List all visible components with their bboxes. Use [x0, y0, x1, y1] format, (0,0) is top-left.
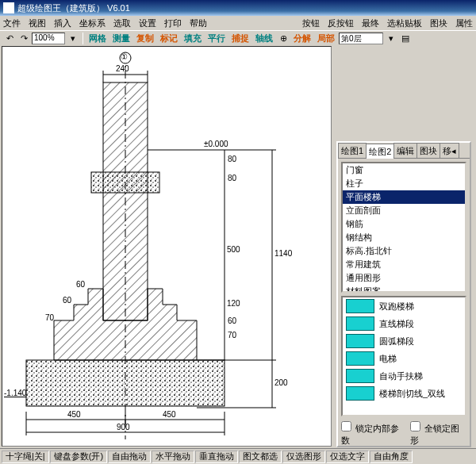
dim-240: 240 — [116, 64, 129, 73]
zoom-input[interactable]: 100% — [32, 33, 65, 44]
category-item[interactable]: 常用建筑 — [343, 258, 465, 271]
category-item[interactable]: 平面楼梯 — [343, 190, 465, 204]
status-cell-0[interactable]: 十字绳|关| — [2, 451, 49, 463]
menu2-4[interactable]: 图块 — [430, 17, 447, 29]
status-cell-8[interactable]: 自由角度 — [370, 451, 413, 463]
tab-draw2[interactable]: 绘图2 — [366, 144, 394, 159]
menu-select[interactable]: 选取 — [113, 17, 131, 29]
undo-icon[interactable]: ↶ — [3, 33, 16, 45]
menu-print[interactable]: 打印 — [164, 17, 182, 29]
menu2-0[interactable]: 按钮 — [302, 17, 320, 29]
dim-60c: 60 — [63, 296, 71, 305]
dim-1140: 1140 — [274, 249, 292, 258]
dim-450a: 450 — [67, 410, 81, 419]
palette-label: 自动手扶梯 — [379, 370, 423, 382]
svg-rect-9 — [26, 360, 225, 406]
layer-extra-icon[interactable]: ▤ — [399, 33, 412, 45]
tool-palette[interactable]: 双跑楼梯直线梯段圆弧梯段电梯自动手扶梯楼梯剖切线_双线 — [341, 296, 466, 416]
tab-block[interactable]: 图块 — [416, 143, 440, 158]
lock-inner[interactable]: 锁定内部参数 — [341, 421, 405, 447]
menu2-1[interactable]: 反按钮 — [328, 17, 354, 29]
dim-120: 120 — [227, 299, 240, 308]
palette-item[interactable]: 圆弧梯段 — [343, 332, 465, 350]
window-titlebar: 超级绘图王（建筑版） V6.01 — [0, 0, 476, 16]
menu-coord[interactable]: 坐标系 — [79, 17, 106, 29]
tool-fill[interactable]: 填充 — [182, 33, 204, 45]
menu-insert[interactable]: 插入 — [54, 17, 71, 29]
category-item[interactable]: 立面剖面 — [343, 204, 465, 217]
category-item[interactable]: 柱子 — [343, 177, 465, 190]
svg-rect-6 — [103, 82, 148, 320]
status-cell-5[interactable]: 图文都选 — [239, 451, 282, 463]
menu-help[interactable]: 帮助 — [190, 17, 207, 29]
tool-snap[interactable]: 捕捉 — [229, 33, 251, 45]
tab-more[interactable]: 移◂ — [440, 143, 459, 158]
menu2-3[interactable]: 选粘贴板 — [387, 17, 422, 29]
status-cell-1[interactable]: 键盘参数(开) — [50, 451, 107, 463]
dim-900: 900 — [117, 423, 130, 431]
tool-parallel[interactable]: 平行 — [205, 33, 228, 45]
menu-bar: 文件 视图 插入 坐标系 选取 设置 打印 帮助 按钮 反按钮 最终 选粘贴板 … — [0, 16, 476, 30]
window-title: 超级绘图王（建筑版） V6.01 — [17, 2, 130, 14]
right-panel: 绘图1 绘图2 编辑 图块 移◂ 门窗柱子平面楼梯立面剖面钢筋钢结构标高.指北针… — [336, 141, 471, 447]
dim-60: 60 — [228, 316, 236, 325]
palette-item[interactable]: 双跑楼梯 — [343, 297, 465, 315]
category-list[interactable]: 门窗柱子平面楼梯立面剖面钢筋钢结构标高.指北针常用建筑通用图形材料图案厨卫设施施… — [341, 162, 466, 293]
app-icon — [3, 2, 14, 13]
redo-icon[interactable]: ↷ — [17, 33, 30, 45]
category-item[interactable]: 门窗 — [343, 163, 465, 177]
drawing-canvas[interactable]: ① 240 ±0.000 80 80 500 120 60 70 60 60 7… — [2, 46, 332, 447]
palette-item[interactable]: 电梯 — [343, 350, 465, 367]
palette-label: 楼梯剖切线_双线 — [379, 388, 445, 400]
menu-file[interactable]: 文件 — [3, 17, 21, 29]
category-item[interactable]: 通用图形 — [343, 271, 465, 285]
status-cell-3[interactable]: 水平拖动 — [152, 451, 194, 463]
dim-80b: 80 — [228, 174, 236, 182]
category-item[interactable]: 标高.指北针 — [343, 244, 465, 258]
palette-item[interactable]: 楼梯剖切线_双线 — [343, 385, 465, 402]
work-area: ① 240 ±0.000 80 80 500 120 60 70 60 60 7… — [0, 46, 476, 448]
palette-label: 电梯 — [379, 353, 397, 365]
dim-500: 500 — [227, 245, 240, 254]
axis-icon[interactable]: ⊕ — [277, 33, 290, 45]
tool-axis[interactable]: 轴线 — [253, 33, 275, 45]
category-item[interactable]: 材料图案 — [343, 285, 465, 293]
tab-edit[interactable]: 编辑 — [393, 143, 417, 158]
status-cell-2[interactable]: 自由拖动 — [108, 451, 151, 463]
status-cell-4[interactable]: 垂直拖动 — [195, 451, 238, 463]
tool-part[interactable]: 局部 — [315, 33, 337, 45]
menu-settings[interactable]: 设置 — [139, 17, 156, 29]
palette-item[interactable]: 直线梯段 — [343, 315, 465, 332]
toolbar: ↶ ↷ 100% ▾ 网格 测量 复制 标记 填充 平行 捕捉 轴线 ⊕ 分解 … — [0, 30, 476, 46]
menu2-5[interactable]: 属性 — [455, 17, 473, 29]
zoom-dropdown-icon[interactable]: ▾ — [67, 33, 79, 45]
escalator-icon — [346, 369, 374, 383]
tool-measure[interactable]: 测量 — [110, 33, 132, 45]
lock-row: 锁定内部参数 全锁定图形 — [338, 420, 470, 448]
tool-copy[interactable]: 复制 — [134, 33, 156, 45]
axis-bubble: ① — [121, 52, 128, 61]
tab-draw1[interactable]: 绘图1 — [338, 143, 367, 158]
menu2-2[interactable]: 最终 — [362, 17, 379, 29]
layer-dropdown-icon[interactable]: ▾ — [385, 33, 397, 45]
lock-whole[interactable]: 全锁定图形 — [410, 421, 466, 447]
status-cell-6[interactable]: 仅选图形 — [282, 451, 325, 463]
category-item[interactable]: 钢结构 — [343, 231, 465, 244]
stair-cut-icon — [346, 386, 374, 401]
dim-60b: 60 — [76, 280, 85, 289]
svg-rect-7 — [91, 172, 159, 193]
dim-70b: 70 — [45, 313, 54, 322]
stair-straight-icon — [346, 316, 374, 331]
palette-label: 圆弧梯段 — [379, 336, 414, 347]
category-item[interactable]: 钢筋 — [343, 217, 465, 231]
palette-item[interactable]: 自动手扶梯 — [343, 367, 465, 385]
tool-explode[interactable]: 分解 — [291, 33, 313, 45]
dim-450b: 450 — [163, 410, 176, 419]
tool-mark[interactable]: 标记 — [158, 33, 180, 45]
dim-200: 200 — [274, 378, 288, 387]
tool-grid[interactable]: 网格 — [86, 33, 109, 45]
status-cell-7[interactable]: 仅选文字 — [326, 451, 369, 463]
palette-label: 双跑楼梯 — [379, 301, 414, 313]
layer-select[interactable]: 第0层 — [339, 33, 383, 44]
menu-view[interactable]: 视图 — [29, 17, 46, 29]
